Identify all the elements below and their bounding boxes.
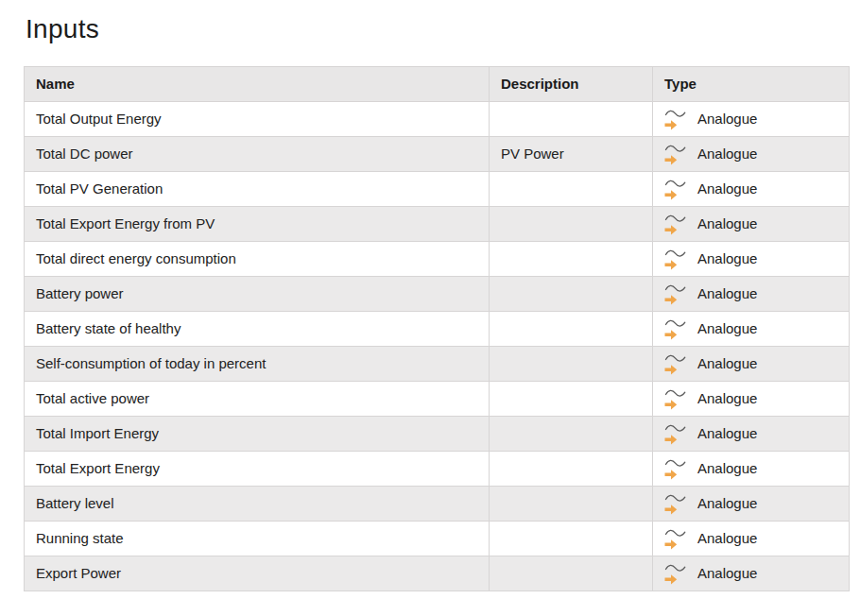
page-title: Inputs bbox=[26, 13, 849, 45]
input-type-label: Analogue bbox=[697, 320, 757, 336]
input-type: Analogue bbox=[664, 107, 837, 131]
column-header-type: Type bbox=[653, 66, 850, 101]
input-name-label: Total direct energy consumption bbox=[36, 250, 236, 266]
input-name-label: Running state bbox=[36, 530, 124, 546]
input-type-label: Analogue bbox=[697, 390, 757, 406]
table-row[interactable]: Total Output Energy Analogue bbox=[25, 101, 850, 136]
input-description-cell bbox=[490, 346, 653, 381]
input-type-cell: Analogue bbox=[653, 486, 850, 521]
input-name-cell: Total PV Generation bbox=[25, 171, 490, 206]
input-type-cell: Analogue bbox=[653, 101, 850, 136]
input-name-label: Self-consumption of today in percent bbox=[36, 355, 266, 371]
input-name-cell: Total Export Energy from PV bbox=[25, 206, 490, 241]
input-type: Analogue bbox=[664, 386, 837, 411]
table-row[interactable]: Total Import Energy Analogue bbox=[25, 416, 850, 451]
input-type: Analogue bbox=[664, 317, 837, 341]
input-type-cell: Analogue bbox=[653, 206, 850, 241]
table-row[interactable]: Running state Analogue bbox=[25, 521, 850, 556]
input-type: Analogue bbox=[664, 177, 837, 201]
input-type-cell: Analogue bbox=[653, 381, 850, 416]
input-type-label: Analogue bbox=[697, 145, 757, 162]
analogue-signal-icon bbox=[664, 491, 687, 516]
input-type-label: Analogue bbox=[697, 460, 757, 476]
analogue-signal-icon bbox=[664, 421, 687, 446]
table-row[interactable]: Total Export Energy Analogue bbox=[25, 451, 850, 486]
input-description-cell bbox=[490, 276, 653, 311]
input-name-label: Battery power bbox=[36, 285, 124, 301]
table-row[interactable]: Total DC power PV Power Analogue bbox=[25, 136, 850, 171]
input-type: Analogue bbox=[664, 526, 837, 551]
input-type: Analogue bbox=[664, 456, 837, 481]
input-name-label: Battery state of healthy bbox=[36, 320, 181, 336]
inputs-table-header: Name Description Type bbox=[25, 66, 850, 101]
column-header-description: Description bbox=[490, 66, 653, 101]
input-type-cell: Analogue bbox=[653, 171, 850, 206]
input-type-label: Analogue bbox=[697, 215, 757, 231]
inputs-table: Name Description Type Total Output Energ… bbox=[24, 66, 850, 591]
input-type-cell: Analogue bbox=[653, 241, 850, 276]
table-row[interactable]: Export Power Analogue bbox=[25, 556, 850, 590]
input-description-cell bbox=[490, 486, 653, 521]
input-type: Analogue bbox=[664, 421, 837, 446]
input-name-label: Total Export Energy bbox=[36, 460, 160, 476]
input-name-cell: Self-consumption of today in percent bbox=[25, 346, 490, 381]
input-name-label: Total PV Generation bbox=[36, 180, 163, 197]
input-name-cell: Running state bbox=[25, 521, 490, 556]
table-row[interactable]: Self-consumption of today in percent Ana… bbox=[25, 346, 850, 381]
analogue-signal-icon bbox=[664, 282, 687, 306]
input-description-label: PV Power bbox=[501, 145, 564, 162]
input-type-cell: Analogue bbox=[653, 521, 850, 556]
table-row[interactable]: Total Export Energy from PV Analogue bbox=[25, 206, 850, 241]
column-header-name: Name bbox=[25, 66, 490, 101]
input-name-label: Export Power bbox=[36, 565, 121, 581]
table-row[interactable]: Total active power Analogue bbox=[25, 381, 850, 416]
input-description-cell bbox=[490, 101, 653, 136]
table-row[interactable]: Battery state of healthy Analogue bbox=[25, 311, 850, 346]
input-type-cell: Analogue bbox=[653, 311, 850, 346]
inputs-page: Inputs Name Description Type Total Outpu… bbox=[0, 0, 860, 591]
input-type: Analogue bbox=[664, 282, 837, 306]
input-name-cell: Battery state of healthy bbox=[25, 311, 490, 346]
input-description-cell bbox=[490, 206, 653, 241]
input-description-cell bbox=[490, 381, 653, 416]
input-name-cell: Total Output Energy bbox=[25, 101, 490, 136]
input-description-cell bbox=[490, 556, 653, 590]
input-description-cell bbox=[490, 311, 653, 346]
input-type-label: Analogue bbox=[697, 180, 757, 197]
input-description-cell bbox=[490, 171, 653, 206]
input-type: Analogue bbox=[664, 142, 837, 166]
input-name-cell: Total Import Energy bbox=[25, 416, 490, 451]
analogue-signal-icon bbox=[664, 317, 687, 341]
table-row[interactable]: Battery power Analogue bbox=[25, 276, 850, 311]
input-type-label: Analogue bbox=[697, 250, 757, 266]
input-type: Analogue bbox=[664, 491, 837, 516]
input-type-label: Analogue bbox=[697, 285, 757, 301]
table-row[interactable]: Total PV Generation Analogue bbox=[25, 171, 850, 206]
input-type-cell: Analogue bbox=[653, 416, 850, 451]
input-name-cell: Export Power bbox=[25, 556, 490, 590]
input-name-label: Total Output Energy bbox=[36, 111, 162, 127]
input-type-label: Analogue bbox=[697, 425, 757, 441]
analogue-signal-icon bbox=[664, 247, 687, 271]
header-row: Name Description Type bbox=[25, 66, 850, 101]
input-name-cell: Battery power bbox=[25, 276, 490, 311]
input-type: Analogue bbox=[664, 351, 837, 376]
input-name-label: Total DC power bbox=[36, 145, 133, 162]
table-row[interactable]: Battery level Analogue bbox=[25, 486, 850, 521]
table-row[interactable]: Total direct energy consumption Analogue bbox=[25, 241, 850, 276]
input-description-cell bbox=[490, 416, 653, 451]
inputs-table-body: Total Output Energy Analogue Total DC po… bbox=[25, 101, 850, 590]
input-name-cell: Total DC power bbox=[25, 136, 490, 171]
input-type-label: Analogue bbox=[697, 565, 757, 581]
analogue-signal-icon bbox=[664, 212, 687, 236]
analogue-signal-icon bbox=[664, 107, 687, 131]
input-name-label: Total Export Energy from PV bbox=[36, 215, 215, 231]
input-name-label: Total Import Energy bbox=[36, 425, 159, 441]
input-name-cell: Total direct energy consumption bbox=[25, 241, 490, 276]
input-type-cell: Analogue bbox=[653, 136, 850, 171]
input-description-cell bbox=[490, 241, 653, 276]
input-name-cell: Total active power bbox=[25, 381, 490, 416]
input-name-cell: Total Export Energy bbox=[25, 451, 490, 486]
input-name-label: Total active power bbox=[36, 390, 149, 406]
analogue-signal-icon bbox=[664, 177, 687, 201]
